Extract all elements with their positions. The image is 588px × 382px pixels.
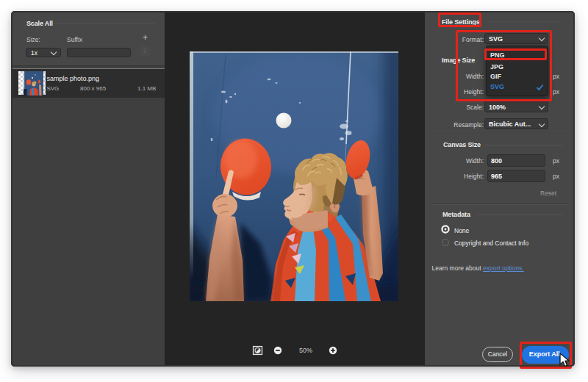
svg-text:50%: 50% (299, 347, 312, 354)
